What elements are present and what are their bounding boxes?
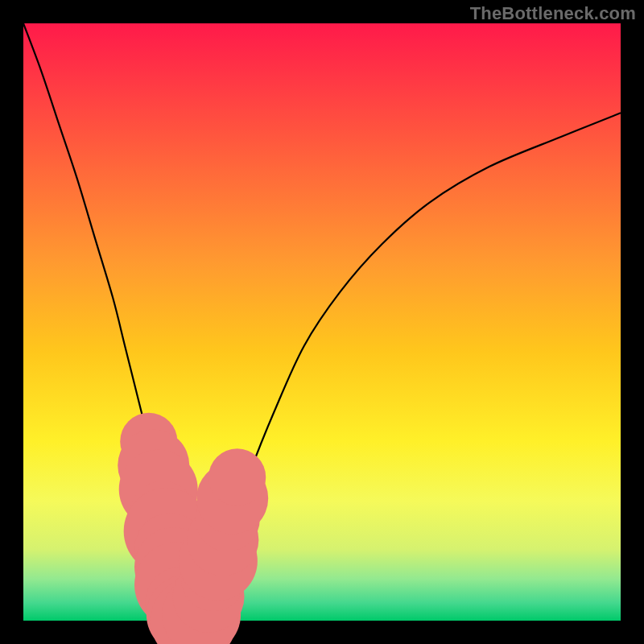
highlighted-dots bbox=[118, 413, 268, 644]
watermark-text: TheBottleneck.com bbox=[470, 3, 636, 24]
chart-frame: TheBottleneck.com bbox=[0, 0, 644, 644]
bottleneck-curve bbox=[23, 23, 621, 623]
plot-area bbox=[23, 23, 621, 621]
curve-layer bbox=[23, 23, 621, 621]
highlight-dot bbox=[208, 448, 266, 506]
